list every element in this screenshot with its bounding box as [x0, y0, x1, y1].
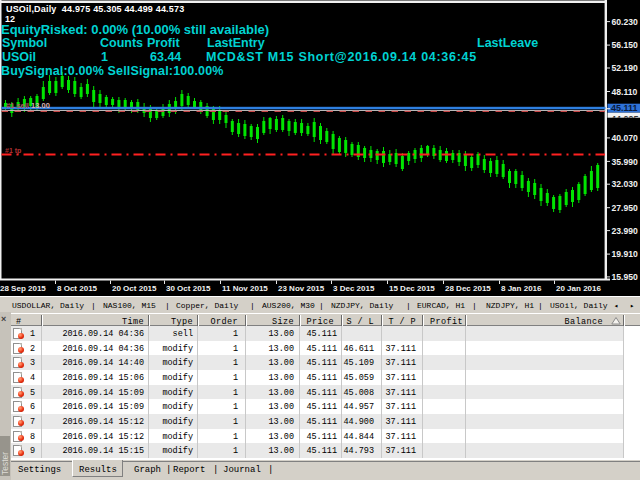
svg-text:28 Sep 2015: 28 Sep 2015 — [0, 284, 46, 293]
svg-text:#1 sell 13.00: #1 sell 13.00 — [6, 101, 50, 110]
svg-text:19.910: 19.910 — [612, 249, 639, 259]
svg-text:32.030: 32.030 — [612, 179, 639, 189]
svg-text:30 Oct 2015: 30 Oct 2015 — [166, 284, 211, 293]
svg-text:3 Dec 2015: 3 Dec 2015 — [333, 284, 375, 293]
svg-text:52.190: 52.190 — [612, 63, 639, 73]
svg-text:60.230: 60.230 — [612, 17, 639, 27]
svg-text:28 Dec 2015: 28 Dec 2015 — [445, 284, 491, 293]
svg-text:8 Oct 2015: 8 Oct 2015 — [57, 284, 98, 293]
svg-text:40.070: 40.070 — [612, 133, 639, 143]
svg-text:15 Dec 2015: 15 Dec 2015 — [389, 284, 435, 293]
svg-text:48.110: 48.110 — [612, 87, 638, 97]
svg-text:23.990: 23.990 — [612, 226, 639, 236]
svg-text:20 Oct 2015: 20 Oct 2015 — [112, 284, 157, 293]
svg-text:8 Jan 2016: 8 Jan 2016 — [501, 284, 542, 293]
svg-text:45.111: 45.111 — [611, 103, 638, 113]
svg-text:27.950: 27.950 — [612, 203, 639, 213]
svg-text:#1 tp: #1 tp — [5, 147, 21, 155]
svg-text:11 Nov 2015: 11 Nov 2015 — [222, 284, 268, 293]
svg-text:15.950: 15.950 — [612, 272, 639, 282]
svg-text:56.150: 56.150 — [612, 40, 639, 50]
svg-text:35.990: 35.990 — [612, 157, 639, 167]
svg-text:20 Jan 2016: 20 Jan 2016 — [556, 284, 601, 293]
svg-text:23 Nov 2015: 23 Nov 2015 — [278, 284, 325, 293]
